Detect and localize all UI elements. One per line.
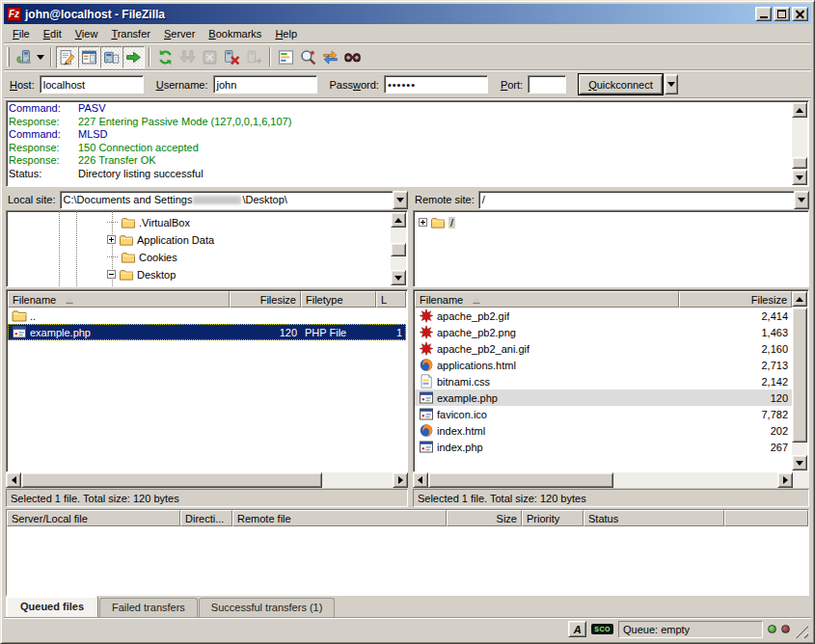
menu-item-file[interactable]: File — [6, 26, 37, 41]
file-row--[interactable]: .. — [8, 308, 406, 324]
remote-site-combo[interactable]: / — [478, 191, 809, 209]
resize-grip[interactable] — [795, 625, 808, 638]
port-input[interactable] — [528, 75, 566, 94]
filter-button[interactable] — [275, 46, 297, 68]
tree-item-application-data[interactable]: Application Data — [107, 231, 214, 248]
host-input[interactable]: localhost — [40, 75, 144, 94]
scroll-down-button[interactable] — [792, 170, 807, 185]
collapse-icon[interactable] — [107, 270, 116, 279]
toggle-log-button[interactable] — [56, 46, 78, 68]
scroll-left-button[interactable] — [6, 472, 21, 488]
tree-item--virtualbox[interactable]: .VirtualBox — [107, 214, 190, 230]
scroll-down-button[interactable] — [391, 270, 406, 285]
toggle-remote-tree-button[interactable] — [100, 46, 122, 68]
column-header-server-local-file[interactable]: Server/Local file — [7, 510, 180, 526]
menu-item-edit[interactable]: Edit — [37, 26, 68, 41]
file-row-index-php[interactable]: index.php267 — [415, 439, 792, 455]
remote-site-path[interactable]: / — [478, 191, 794, 209]
data-type-indicator-icon[interactable]: A — [568, 621, 586, 637]
local-site-dropdown[interactable] — [393, 191, 408, 209]
tree-item-desktop[interactable]: Desktop — [107, 266, 176, 282]
site-manager-dropdown[interactable] — [35, 46, 46, 68]
tab-failed-transfers[interactable]: Failed transfers — [99, 598, 198, 617]
titlebar[interactable]: Fz john@localhost - FileZilla — [4, 4, 811, 24]
local-site-combo[interactable]: C:\Documents and Settings\Desktop\ — [60, 191, 408, 209]
scroll-right-button[interactable] — [777, 472, 793, 488]
file-row-apache-pb2-ani-gif[interactable]: apache_pb2_ani.gif2,160 — [415, 340, 792, 357]
column-header-directi-[interactable]: Directi... — [180, 510, 232, 526]
compare-button[interactable] — [297, 46, 319, 68]
file-row-example-php[interactable]: example.php120 — [415, 389, 792, 406]
file-row-index-html[interactable]: index.html202 — [415, 422, 792, 439]
file-row-apache-pb2-gif[interactable]: apache_pb2.gif2,414 — [415, 308, 792, 324]
menu-item-server[interactable]: Server — [157, 26, 202, 41]
toggle-queue-button[interactable] — [122, 46, 145, 68]
disconnect-button[interactable] — [221, 46, 243, 68]
column-header-filesize[interactable]: Filesize — [679, 291, 792, 308]
scroll-down-button[interactable] — [792, 455, 807, 470]
local-site-path[interactable]: C:\Documents and Settings\Desktop\ — [60, 191, 393, 209]
tab-successful-transfers-1-[interactable]: Successful transfers (1) — [199, 598, 336, 617]
column-header-filename[interactable]: Filename — [415, 291, 679, 308]
scroll-thumb[interactable] — [792, 308, 807, 443]
speed-limit-icon[interactable]: SCO — [591, 624, 613, 634]
file-row-example-php[interactable]: example.php120PHP File1 — [8, 324, 406, 340]
menu-item-help[interactable]: Help — [268, 26, 304, 41]
local-hscrollbar[interactable] — [6, 472, 408, 488]
scroll-thumb[interactable] — [792, 157, 807, 169]
column-header-label: L — [381, 294, 387, 306]
minimize-button[interactable] — [755, 7, 772, 21]
remote-hscrollbar[interactable] — [413, 472, 809, 488]
column-header-spacer[interactable] — [724, 510, 808, 526]
sync-browsing-button[interactable] — [319, 46, 341, 68]
transfer-queue: Server/Local fileDirecti...Remote fileSi… — [6, 509, 809, 596]
tab-queued-files[interactable]: Queued files — [6, 596, 98, 617]
scroll-right-button[interactable] — [393, 472, 408, 488]
cell: 2,160 — [679, 340, 792, 357]
username-input[interactable]: john — [213, 75, 317, 94]
scroll-thumb[interactable] — [391, 243, 406, 256]
menu-item-transfer[interactable]: Transfer — [104, 26, 157, 41]
refresh-button[interactable] — [154, 46, 177, 68]
remote-site-dropdown[interactable] — [794, 191, 809, 209]
quickconnect-dropdown[interactable] — [665, 74, 678, 94]
file-row-bitnami-css[interactable]: bitnami.css2,142 — [415, 373, 792, 389]
remote-list-scrollbar[interactable] — [792, 291, 807, 470]
column-header-status[interactable]: Status — [584, 510, 724, 526]
scroll-thumb[interactable] — [21, 472, 322, 488]
scroll-left-button[interactable] — [413, 472, 428, 488]
menu-item-bookmarks[interactable]: Bookmarks — [202, 26, 268, 41]
column-header-l[interactable]: L — [376, 291, 406, 308]
scroll-up-button[interactable] — [391, 212, 406, 228]
local-file-list: FilenameFilesizeFiletypeL ..example.php1… — [6, 289, 408, 472]
arrow-up-icon — [796, 297, 803, 302]
column-header-remote-file[interactable]: Remote file — [232, 510, 447, 526]
scroll-up-button[interactable] — [792, 291, 807, 307]
tree-item-cookies[interactable]: Cookies — [107, 249, 177, 265]
column-header-size[interactable]: Size — [447, 510, 522, 526]
maximize-button[interactable] — [774, 7, 790, 21]
cell — [376, 308, 406, 324]
menu-item-view[interactable]: View — [68, 26, 105, 41]
file-row-favicon-ico[interactable]: favicon.ico7,782 — [415, 406, 792, 422]
column-header-filename[interactable]: Filename — [8, 291, 230, 308]
expand-icon[interactable] — [107, 235, 116, 244]
toggle-local-tree-button[interactable] — [78, 46, 100, 68]
file-row-applications-html[interactable]: applications.html2,713 — [415, 357, 792, 373]
quickconnect-button[interactable]: Quickconnect — [579, 74, 663, 94]
column-header-filesize[interactable]: Filesize — [230, 291, 301, 308]
log-scrollbar[interactable] — [792, 102, 807, 185]
scroll-up-button[interactable] — [792, 102, 807, 118]
site-manager-button[interactable] — [13, 46, 35, 68]
expand-icon[interactable] — [419, 218, 427, 227]
file-row-apache-pb2-png[interactable]: apache_pb2.png1,463 — [415, 324, 792, 340]
local-tree-scrollbar[interactable] — [391, 212, 406, 285]
close-button[interactable] — [792, 7, 808, 21]
column-header-priority[interactable]: Priority — [522, 510, 584, 526]
cell-text: example.php — [30, 327, 91, 338]
column-header-filetype[interactable]: Filetype — [301, 291, 376, 308]
password-input[interactable]: •••••• — [384, 75, 488, 94]
find-files-button[interactable] — [341, 46, 364, 68]
scroll-thumb[interactable] — [428, 472, 613, 488]
tree-item--[interactable]: / — [419, 214, 455, 230]
